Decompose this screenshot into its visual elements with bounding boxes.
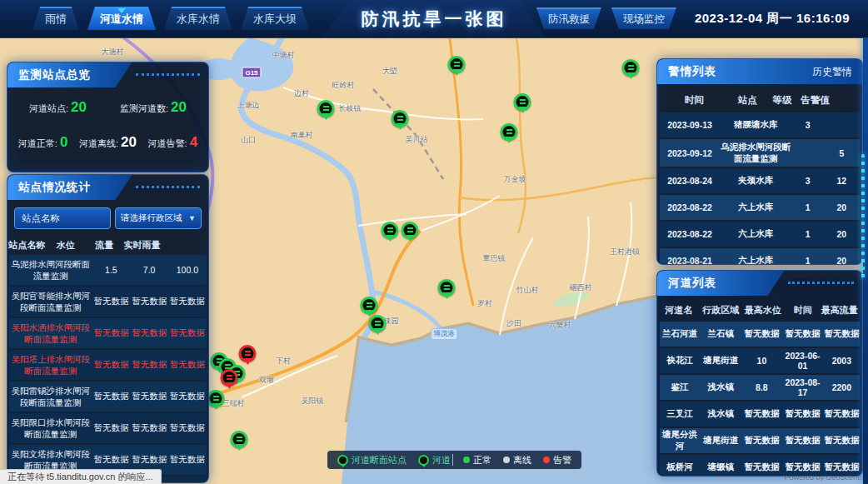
chevron-down-icon: ▼ <box>188 214 196 222</box>
map-pin-icon[interactable] <box>438 279 456 297</box>
nav-tab[interactable]: 河道水情 <box>87 7 156 30</box>
legend-status-group: 正常 离线 告警 <box>463 454 571 467</box>
stat-item: 河道告警:4 <box>148 134 198 151</box>
alert-table-row[interactable]: 2023-09-12 乌泥排水闸河段断面流量监测 5 <box>660 139 860 167</box>
station-table-row[interactable]: 吴阳雷锡沙排水闸河段断面流量监测 暂无数据 暂无数据 暂无数据 <box>9 382 207 412</box>
map-pin-icon[interactable] <box>501 123 518 141</box>
legend-status-item: 离线 <box>503 454 531 467</box>
river-table-row[interactable]: 袂花江 塘尾街道 10 2023-06-01 2003 <box>660 348 860 373</box>
river-max-level-cell: 暂无数据 <box>741 328 781 340</box>
panel-alert-list: 警情列表 历史警情 时间站点等级告警值 2023-09-13 猪腰塘水库 3 2… <box>656 58 863 265</box>
panel-title: 监测站点总览 <box>7 62 208 87</box>
stat-label: 河道告警: <box>148 138 187 148</box>
nav-tab[interactable]: 水库水情 <box>164 7 232 30</box>
alert-level-cell: 3 <box>791 176 823 186</box>
river-table-row[interactable]: 板桥河 塘缀镇 暂无数据 暂无数据 暂无数据 <box>660 455 860 476</box>
station-name-cell: 吴阳水洒排水闸河段断面流量监测 <box>9 320 92 347</box>
stat-value: 0 <box>60 134 67 150</box>
legend-label: 河道 <box>432 454 451 467</box>
alert-table-row[interactable]: 2023-08-24 夹颈水库 3 12 <box>660 168 860 193</box>
legend-status-item: 正常 <box>463 454 491 467</box>
page-title: 防汛抗旱一张图 <box>362 0 507 37</box>
column-header: 实时雨量 <box>124 239 161 252</box>
alert-station-cell: 六上水库 <box>720 199 791 216</box>
panel-header: 河道列表 <box>657 271 862 296</box>
stat-item: 河道正常:0 <box>18 134 68 151</box>
alert-table-row[interactable]: 2023-09-13 猪腰塘水库 3 <box>660 112 860 137</box>
map-pin-icon[interactable] <box>239 345 257 362</box>
map-pin-icon[interactable] <box>361 297 378 314</box>
legend-label: 正常 <box>473 454 491 467</box>
station-table-row[interactable]: 乌泥排水闸河段断面流量监测 1.5 7.0 100.0 <box>9 255 207 285</box>
river-region-cell: 兰石镇 <box>700 328 741 340</box>
river-table-header: 河道名行政区域最高水位时间最高流量 <box>657 298 862 322</box>
flow-cell: 暂无数据 <box>130 359 168 371</box>
action-button[interactable]: 防汛救援 <box>536 7 601 29</box>
action-buttons: 防汛救援 现场监控 <box>531 7 681 29</box>
river-max-level-cell: 10 <box>741 356 781 366</box>
river-table-row[interactable]: 塘尾分洪河 塘尾街道 暂无数据 暂无数据 暂无数据 <box>660 428 860 453</box>
alert-table-header: 时间站点等级告警值 <box>657 87 862 112</box>
river-max-level-cell: 暂无数据 <box>741 435 781 447</box>
map-pin-icon[interactable] <box>392 110 409 127</box>
alert-table-row[interactable]: 2023-08-22 六上水库 1 20 <box>660 222 860 247</box>
action-button[interactable]: 现场监控 <box>611 7 676 29</box>
legend-pin-group: 河道断面站点 河道 <box>337 454 451 467</box>
map-pin-icon[interactable] <box>622 59 640 77</box>
map-pin-icon[interactable] <box>221 369 238 387</box>
column-header: 告警值 <box>801 94 830 107</box>
column-header: 河道名 <box>657 304 701 317</box>
alert-station-cell: 猪腰塘水库 <box>720 117 791 133</box>
column-header: 流量 <box>85 239 124 252</box>
station-pin-icon <box>418 455 429 466</box>
map-pin-icon[interactable] <box>382 222 399 239</box>
water-level-cell: 暂无数据 <box>92 454 131 466</box>
map-pin-icon[interactable] <box>448 56 466 73</box>
map-pin-icon[interactable] <box>317 100 335 117</box>
station-table-row[interactable]: 吴阳水洒排水闸河段断面流量监测 暂无数据 暂无数据 暂无数据 <box>9 318 207 348</box>
station-name-input[interactable] <box>15 208 110 228</box>
station-name-cell: 吴阳限口排水闸河段断面流量监测 <box>9 415 92 442</box>
alert-table-row[interactable]: 2023-08-22 六上水库 1 20 <box>660 195 860 220</box>
panel-header: 警情列表 历史警情 <box>657 59 862 84</box>
road-badge-g15: G15 <box>242 67 261 78</box>
legend-pin-item: 河道 <box>418 454 451 467</box>
rainfall-cell: 暂无数据 <box>168 391 207 402</box>
station-table-row[interactable]: 吴阳塔上排水闸河段断面流量监测 暂无数据 暂无数据 暂无数据 <box>9 350 207 380</box>
nav-tab[interactable]: 水库大坝 <box>241 7 309 30</box>
alert-table-body: 2023-09-13 猪腰塘水库 3 2023-09-12 乌泥排水闸河段断面流… <box>657 112 862 264</box>
stat-item: 河道站点:20 <box>29 99 87 116</box>
nav-tab[interactable]: 雨情 <box>32 7 79 30</box>
station-name-search[interactable] <box>14 207 111 229</box>
alert-table-row[interactable]: 2023-08-21 六上水库 1 20 <box>660 248 860 264</box>
rainfall-cell: 暂无数据 <box>168 359 207 371</box>
station-name-cell: 吴阳官哥能排水闸河段断面流量监测 <box>9 288 92 315</box>
history-alerts-link[interactable]: 历史警情 <box>812 59 852 84</box>
river-table-row[interactable]: 兰石河道 兰石镇 暂无数据 暂无数据 暂无数据 <box>660 322 860 347</box>
map-legend: 河道断面站点 河道 正常 离线 <box>327 451 581 469</box>
browser-status-bar: 正在等待 t5.tianditu.gov.cn 的响应... <box>0 469 162 484</box>
map-pin-icon[interactable] <box>514 93 531 111</box>
alert-time-cell: 2023-09-12 <box>660 148 720 158</box>
map-pin-icon[interactable] <box>369 315 387 332</box>
alert-station-cell: 夹颈水库 <box>720 172 791 189</box>
region-select[interactable]: 请选择行政区域 ▼ <box>115 207 202 229</box>
right-accent-dots <box>861 154 865 279</box>
alert-level-cell: 1 <box>791 202 823 212</box>
river-time-cell: 暂无数据 <box>781 328 823 340</box>
station-table-row[interactable]: 吴阳限口排水闸河段断面流量监测 暂无数据 暂无数据 暂无数据 <box>9 413 207 443</box>
alert-value-cell: 20 <box>824 229 860 239</box>
rainfall-cell: 暂无数据 <box>168 454 207 466</box>
river-region-cell: 塘尾街道 <box>700 435 741 447</box>
column-header: 时间 <box>785 304 821 317</box>
column-header: 站点 <box>731 94 764 107</box>
station-name-cell: 吴阳雷锡沙排水闸河段断面流量监测 <box>9 383 92 410</box>
map-pin-icon[interactable] <box>402 222 419 239</box>
river-table-row[interactable]: 三叉江 浅水镇 暂无数据 暂无数据 暂无数据 <box>660 402 860 427</box>
river-table-row[interactable]: 鉴江 浅水镇 8.8 2023-08-17 2200 <box>660 375 860 400</box>
stat-value: 20 <box>121 134 137 150</box>
map-pin-icon[interactable] <box>231 431 248 448</box>
station-table-row[interactable]: 吴阳官哥能排水闸河段断面流量监测 暂无数据 暂无数据 暂无数据 <box>9 287 207 317</box>
stat-item: 监测河道数:20 <box>120 99 187 116</box>
map-pin-icon[interactable] <box>207 390 225 407</box>
